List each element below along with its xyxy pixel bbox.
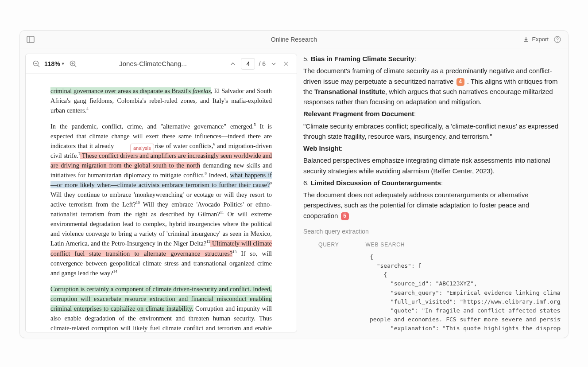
research-item-body: The document's framing of climate securi… (303, 66, 561, 107)
next-page-icon[interactable] (269, 59, 278, 68)
export-label: Export (532, 36, 549, 43)
content-area: 118%▼ Jones-ClimateChang... / 6 (20, 48, 568, 338)
app-window: Online Research Export (19, 30, 569, 338)
pdf-filename: Jones-ClimateChang... (82, 60, 224, 67)
relevant-fragment-label: Relevant Fragment from Document: (303, 109, 561, 119)
web-insight-label: Web Insight: (303, 143, 561, 153)
page-input[interactable] (241, 58, 255, 70)
annotation-tag[interactable]: analysis (130, 144, 154, 153)
prev-page-icon[interactable] (228, 59, 237, 68)
svg-rect-0 (27, 36, 34, 43)
help-icon[interactable] (553, 35, 562, 44)
zoom-level[interactable]: 118%▼ (44, 60, 65, 67)
section-heading: Search query extraction (303, 227, 561, 237)
research-item-heading: 6. Limited Discussion of Counterargument… (303, 178, 561, 188)
query-tabs: QUERY WEB SEARCH (303, 241, 561, 249)
pdf-toolbar: 118%▼ Jones-ClimateChang... / 6 (26, 54, 297, 74)
svg-line-4 (38, 65, 39, 67)
zoom-in-icon[interactable] (69, 59, 77, 68)
titlebar: Online Research Export (20, 31, 568, 48)
pdf-pane: 118%▼ Jones-ClimateChang... / 6 (25, 54, 297, 332)
zoom-out-icon[interactable] (32, 59, 41, 68)
pdf-page-content: criminal governance over areas as dispar… (26, 74, 297, 332)
doc-paragraph: criminal governance over areas as dispar… (50, 86, 272, 115)
research-item-heading: 5. Bias in Framing Climate Security: (303, 54, 561, 64)
page-total: / 6 (259, 60, 266, 67)
close-pdf-icon[interactable] (282, 59, 290, 68)
tab-web-search[interactable]: WEB SEARCH (365, 241, 405, 249)
relevant-fragment-text: "Climate security embraces conflict; spe… (303, 121, 561, 142)
json-output: { "searches": [ { "source_id": "ABC123XY… (303, 253, 561, 332)
sidebar-toggle-icon[interactable] (26, 35, 35, 44)
tab-query[interactable]: QUERY (318, 241, 339, 249)
research-pane: 5. Bias in Framing Climate Security: The… (303, 54, 563, 332)
svg-line-7 (74, 65, 76, 67)
citation-badge[interactable]: 4 (456, 78, 464, 86)
citation-badge[interactable]: 5 (341, 212, 349, 220)
research-item-body: The document does not adequately address… (303, 190, 561, 221)
app-title: Online Research (271, 36, 317, 43)
web-insight-text: Balanced perspectives emphasize integrat… (303, 155, 561, 176)
doc-paragraph: In the pandemic, conflict, crime, and "a… (50, 121, 272, 278)
doc-paragraph: Corruption is certainly a component of c… (50, 284, 272, 332)
export-button[interactable]: Export (523, 36, 549, 43)
